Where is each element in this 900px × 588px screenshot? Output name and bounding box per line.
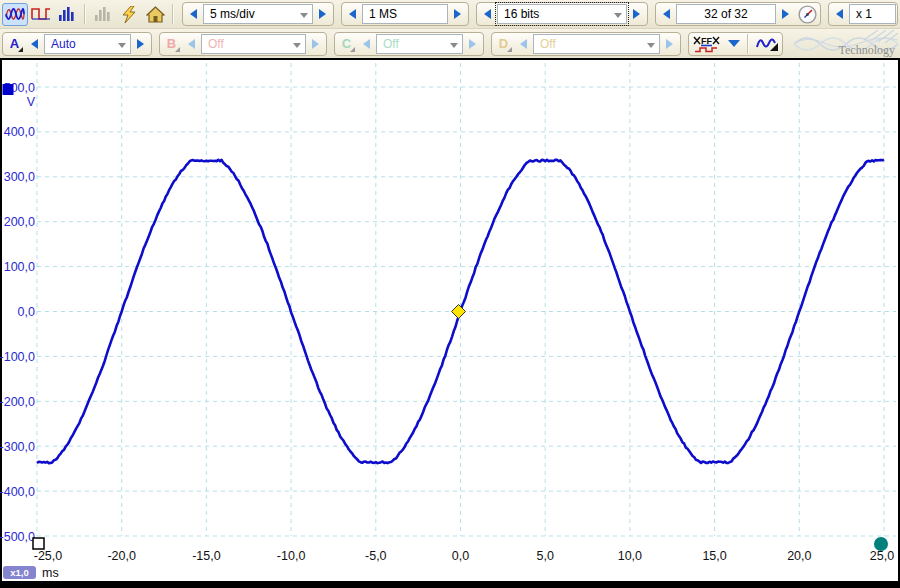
y-axis-tick-label: 300,0 bbox=[4, 170, 35, 184]
y-axis-tick-label: 100,0 bbox=[4, 260, 35, 274]
x-axis-tick-label: 0,0 bbox=[452, 549, 469, 563]
y-axis-unit: V bbox=[27, 95, 36, 109]
x-axis-unit: ms bbox=[42, 566, 59, 580]
chart-svg[interactable]: 500,0400,0300,0200,0100,00,0-100,0-200,0… bbox=[0, 0, 900, 588]
x-axis-tick-label: -20,0 bbox=[107, 549, 136, 563]
y-axis-tick-label: -400,0 bbox=[0, 485, 35, 499]
y-axis-tick-label: -300,0 bbox=[0, 440, 35, 454]
plot-background[interactable] bbox=[2, 60, 898, 581]
x-axis-tick-label: 5,0 bbox=[537, 549, 554, 563]
y-axis-tick-label: -100,0 bbox=[0, 350, 35, 364]
origin-handle-square[interactable] bbox=[33, 538, 44, 549]
x-axis-tick-label: -25,0 bbox=[34, 549, 63, 563]
y-axis-tick-label: 400,0 bbox=[4, 125, 35, 139]
x-axis-tick-label: 10,0 bbox=[618, 549, 642, 563]
x-axis-tick-label: -15,0 bbox=[192, 549, 221, 563]
x-axis-tick-label: 20,0 bbox=[787, 549, 811, 563]
y-axis-handle-square[interactable] bbox=[3, 84, 14, 95]
x-axis-handle-circle[interactable] bbox=[874, 537, 888, 551]
y-axis-tick-label: 0,0 bbox=[18, 305, 35, 319]
x-scale-badge-label: x1,0 bbox=[10, 567, 29, 578]
y-axis-tick-label: -200,0 bbox=[0, 395, 35, 409]
app-window: 5 ms/div 1 MS 16 bits 32 of 32 bbox=[0, 0, 900, 588]
y-axis-tick-label: 200,0 bbox=[4, 215, 35, 229]
x-axis-tick-label: -10,0 bbox=[277, 549, 306, 563]
x-axis-tick-label: 15,0 bbox=[702, 549, 726, 563]
x-axis-tick-label: 25,0 bbox=[870, 549, 894, 563]
x-axis-tick-label: -5,0 bbox=[365, 549, 387, 563]
y-axis-tick-label: -500,0 bbox=[0, 530, 35, 544]
